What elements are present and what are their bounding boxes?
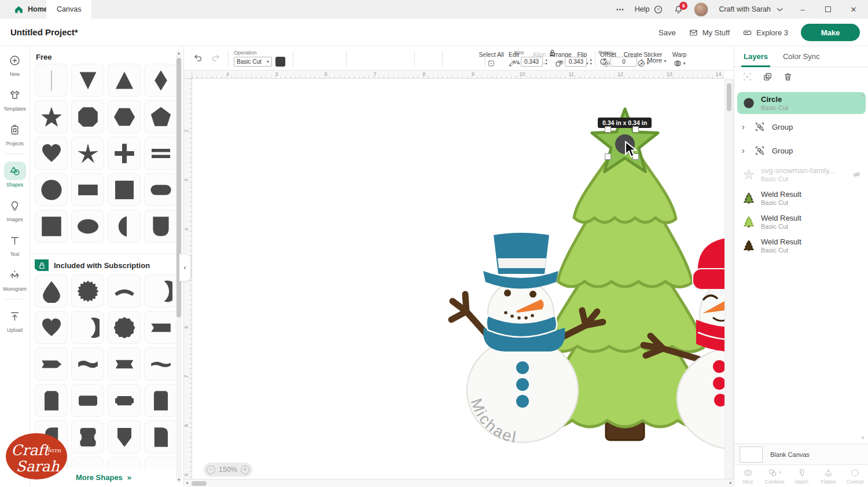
shape-tile-octagon[interactable] [71,100,104,133]
shape-tile-tag[interactable] [35,384,68,417]
attach-button[interactable]: Attach [788,465,815,487]
lock-icon[interactable] [547,48,557,58]
shape-tile-heart[interactable] [35,311,68,344]
shape-tile-heart[interactable] [35,137,68,170]
notifications-button[interactable]: 6 [674,5,683,14]
scroll-right-icon[interactable]: ▸ [730,480,732,485]
duplicate-icon[interactable] [763,72,773,82]
rotate-icon[interactable] [598,57,608,67]
zoom-in-button[interactable]: + [241,466,249,474]
shape-tile-line[interactable] [35,64,68,97]
height-input[interactable]: 0.343 [565,57,587,67]
shape-tile-pill[interactable] [144,173,177,206]
sidebar-item-monogram[interactable]: Monogram [0,261,30,296]
close-button[interactable]: ✕ [846,5,861,14]
select-all-button[interactable]: Select All [479,51,503,68]
shape-tile-blank[interactable] [144,457,177,468]
rotate-input[interactable]: 0 [610,57,637,67]
shape-tile-diamond[interactable] [144,64,177,97]
color-swatch[interactable] [275,57,285,67]
tab-color-sync[interactable]: Color Sync [783,46,820,67]
layer-row-group[interactable]: ›Group [737,140,866,162]
more-button[interactable]: More ▾ [647,57,666,64]
layer-row-svg-snowman-family-[interactable]: svg-snowman-family...Basic Cut [737,163,866,185]
shape-tile-tag-rounded[interactable] [144,384,177,417]
shape-tile-swoosh[interactable] [108,274,141,307]
machine-select-button[interactable]: Explore 3 [742,28,788,38]
shape-tile-triangle[interactable] [108,64,141,97]
blank-canvas-row[interactable]: Blank Canvas [734,444,868,464]
layer-row-weld-result[interactable]: Weld ResultBasic Cut [737,187,866,209]
shape-tile-pentagon[interactable] [144,100,177,133]
scroll-up-icon[interactable]: ▲ [176,51,182,55]
tab-layers[interactable]: Layers [744,46,768,67]
scroll-down-icon[interactable]: ▼ [176,478,182,482]
selection-handle[interactable] [632,126,639,133]
shape-tile-ellipse[interactable] [71,210,104,243]
ungroup-icon[interactable] [742,72,752,82]
layer-row-group[interactable]: ›Group [737,116,866,138]
shape-tile-square-large[interactable] [35,210,68,243]
shape-tile-blank[interactable] [108,457,141,468]
scrollbar-thumb[interactable] [727,83,731,111]
help-button[interactable]: Help ? [635,5,664,14]
shape-tile-bracket-frame[interactable] [71,420,104,453]
scroll-left-icon[interactable]: ◂ [186,480,188,485]
sidebar-item-shapes[interactable]: Shapes [0,157,30,192]
slice-button[interactable]: Slice [734,465,761,487]
width-input[interactable]: 0.343 [521,57,543,67]
shape-tile-plus[interactable] [108,137,141,170]
shape-tile-crescent[interactable] [144,274,177,307]
chevron-right-icon[interactable]: › [742,122,748,131]
shape-tile-square[interactable] [108,173,141,206]
tab-canvas[interactable]: Canvas [46,0,91,19]
combine-button[interactable]: ▾Combine [761,465,788,487]
scrollbar-thumb[interactable] [192,481,207,486]
sidebar-item-projects[interactable]: Projects [0,116,30,151]
shape-tile-blank[interactable] [71,457,104,468]
redo-button[interactable] [211,53,220,63]
shape-tile-half-circle[interactable] [108,210,141,243]
shape-tile-shield[interactable] [108,420,141,453]
minimize-button[interactable]: – [795,5,810,14]
canvas-horizontal-scrollbar[interactable]: ◂ ▸ [184,479,734,487]
width-stepper[interactable]: ▲▼ [545,58,548,65]
operation-select[interactable]: Basic Cut ▾ [234,57,272,67]
canvas-vertical-scrollbar[interactable] [726,80,732,478]
shape-tile-wave-banner[interactable] [71,347,104,380]
shape-tile-pennant-banner[interactable] [35,347,68,380]
layer-row-weld-result[interactable]: Weld ResultBasic Cut [737,211,866,233]
shape-tile-notched-banner[interactable] [108,347,141,380]
list-scroll-down-icon[interactable]: ▼ [860,435,865,441]
shape-tile-ticket[interactable] [108,384,141,417]
my-stuff-button[interactable]: My Stuff [689,28,730,38]
undo-button[interactable] [193,53,203,63]
shape-tile-starburst[interactable] [71,274,104,307]
save-button[interactable]: Save [659,28,676,37]
zoom-out-button[interactable]: − [207,466,215,474]
sidebar-item-new[interactable]: New [0,46,30,81]
warp-button[interactable]: Warp ▾ [672,51,687,68]
shape-tile-triangle-down[interactable] [71,64,104,97]
shape-tile-star[interactable] [35,100,68,133]
shape-tile-hexagon[interactable] [108,100,141,133]
rotate-stepper[interactable]: ▲▼ [640,58,643,65]
contour-button[interactable]: Contour [842,465,868,487]
trash-icon[interactable] [783,72,793,82]
shape-tile-star-thin[interactable] [71,137,104,170]
layer-row-circle[interactable]: CircleBasic Cut [737,92,866,114]
sidebar-item-text[interactable]: Text [0,226,30,261]
list-scroll-up-icon[interactable]: ▲ [860,93,865,98]
overflow-menu-icon[interactable]: ••• [616,6,624,13]
panel-collapse-tab[interactable]: ‹ [179,254,191,281]
shape-tile-rounded-rectangle[interactable] [71,384,104,417]
shape-tile-teardrop[interactable] [35,274,68,307]
selection-handle[interactable] [605,126,611,133]
sidebar-item-images[interactable]: Images [0,192,30,226]
make-button[interactable]: Make [801,24,860,41]
shape-tile-flag-banner[interactable] [144,311,177,344]
height-stepper[interactable]: ▲▼ [589,58,592,65]
sidebar-item-upload[interactable]: Upload [0,302,30,337]
shape-tile-arch[interactable] [144,210,177,243]
shape-tile-corner-rounded-2[interactable] [144,420,177,453]
